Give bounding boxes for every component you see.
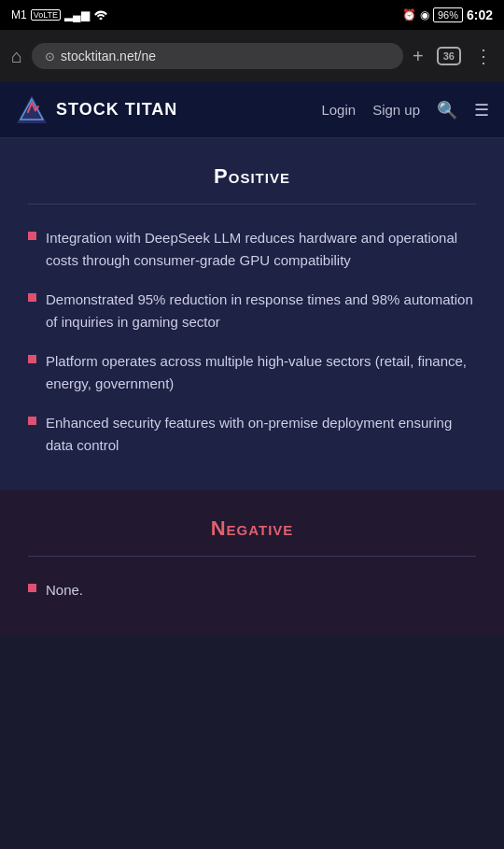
signup-link[interactable]: Sign up xyxy=(372,102,420,118)
bullet-text: Integration with DeepSeek LLM reduces ha… xyxy=(46,227,476,272)
alarm-icon: ⏰ xyxy=(402,8,416,21)
bullet-text: Platform operates across multiple high-v… xyxy=(46,350,476,395)
login-link[interactable]: Login xyxy=(321,102,356,118)
browser-chrome: ⌂ ⊙ stocktitan.net/ne + 36 ⋮ xyxy=(0,30,504,82)
list-item: None. xyxy=(28,579,476,601)
bullet-icon xyxy=(28,355,36,363)
logo-icon xyxy=(15,93,49,127)
url-secure-icon: ⊙ xyxy=(45,50,55,64)
home-icon[interactable]: ⌂ xyxy=(11,46,22,67)
volte-badge: VoLTE xyxy=(31,9,61,21)
location-icon: ◉ xyxy=(420,8,429,21)
list-item: Integration with DeepSeek LLM reduces ha… xyxy=(28,227,476,272)
bullet-icon xyxy=(28,584,36,592)
site-title-text: STOCK TITAN xyxy=(56,100,177,120)
main-content: Positive Integration with DeepSeek LLM r… xyxy=(0,138,504,849)
positive-section: Positive Integration with DeepSeek LLM r… xyxy=(0,138,504,490)
browser-menu-button[interactable]: ⋮ xyxy=(474,45,493,67)
carrier-label: M1 xyxy=(11,8,27,21)
browser-actions: + 36 ⋮ xyxy=(413,45,493,67)
site-nav: STOCK TITAN Login Sign up 🔍 ☰ xyxy=(0,82,504,138)
list-item: Enhanced security features with on-premi… xyxy=(28,412,476,457)
positive-divider xyxy=(28,204,476,205)
status-right: ⏰ ◉ 96% 6:02 xyxy=(402,7,493,22)
site-logo[interactable]: STOCK TITAN xyxy=(15,93,321,127)
positive-bullet-list: Integration with DeepSeek LLM reduces ha… xyxy=(28,227,476,457)
list-item: Demonstrated 95% reduction in response t… xyxy=(28,289,476,333)
bullet-icon xyxy=(28,293,36,302)
wifi-icon xyxy=(93,8,108,22)
list-item: Platform operates across multiple high-v… xyxy=(28,350,476,395)
signal-icon: ▂▄▆ xyxy=(64,8,90,21)
bullet-icon xyxy=(28,232,36,240)
menu-button[interactable]: ☰ xyxy=(474,100,489,120)
time-display: 6:02 xyxy=(467,7,493,22)
search-button[interactable]: 🔍 xyxy=(437,100,457,120)
positive-title: Positive xyxy=(28,164,476,189)
negative-bullet-list: None. xyxy=(28,579,476,601)
battery-indicator: 96% xyxy=(433,7,463,22)
new-tab-button[interactable]: + xyxy=(413,46,424,67)
status-left: M1 VoLTE ▂▄▆ xyxy=(11,8,108,22)
tabs-count-button[interactable]: 36 xyxy=(437,47,461,65)
url-bar[interactable]: ⊙ stocktitan.net/ne xyxy=(32,43,403,69)
status-bar: M1 VoLTE ▂▄▆ ⏰ ◉ 96% 6:02 xyxy=(0,0,504,30)
negative-section: Negative None. xyxy=(0,490,504,635)
bullet-text: Enhanced security features with on-premi… xyxy=(46,412,476,457)
bullet-text: Demonstrated 95% reduction in response t… xyxy=(46,289,476,333)
negative-title: Negative xyxy=(28,516,476,541)
bullet-text: None. xyxy=(46,579,83,601)
nav-links: Login Sign up 🔍 ☰ xyxy=(321,100,489,120)
negative-divider xyxy=(28,556,476,557)
url-text: stocktitan.net/ne xyxy=(61,49,156,64)
bullet-icon xyxy=(28,417,36,425)
